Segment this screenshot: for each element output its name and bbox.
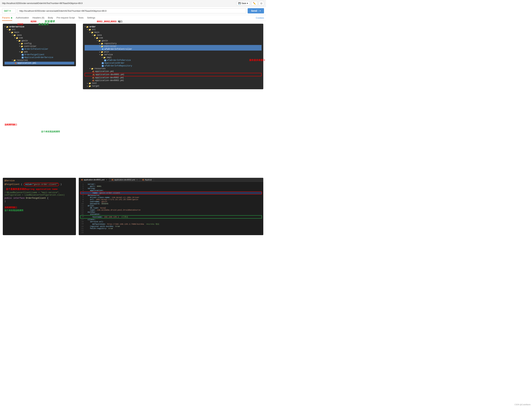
yaml-tab-dev8001[interactable]: 🍂 application-dev8001.yml ×	[79, 178, 109, 182]
left-tree: ▼ 📁 orderservice ▼ 📁 src ▼ 📁 main ▼ 📁	[3, 24, 76, 66]
folder-icon: 📁	[91, 31, 93, 34]
tree-item-repository-r[interactable]: ▶ 📁 repository	[85, 42, 262, 45]
yaml-code-18: service-url:	[85, 221, 104, 223]
tree-item-dev8001[interactable]: 🍂 application-dev8001.yml	[85, 73, 262, 76]
tree-item-orderinfocontroller[interactable]: C OrderInfoController	[5, 48, 74, 51]
tree-item-java-r[interactable]: ▼ 📁 java	[85, 34, 262, 37]
tree-item-app-order[interactable]: C ApplicationOrder	[85, 62, 262, 64]
tree-item-wfw-controller[interactable]: C wfwOrderInfoController	[85, 48, 262, 51]
yaml-line-9: 9 username: gavin	[80, 201, 262, 203]
yaml-ln-12: 12	[80, 207, 84, 209]
chevron-icon: ▼	[7, 29, 8, 31]
folder-icon: 📁	[16, 37, 18, 39]
yaml-code-3: spring:	[85, 187, 96, 189]
yaml-line-1: 1 server:	[80, 183, 262, 185]
yaml-line-6: 6 datasource:	[80, 194, 262, 196]
tree-item-service-r[interactable]: ▼ 📁 service	[85, 53, 262, 56]
tree-item-dev8002[interactable]: 🍂 application-dev8002.yml	[85, 76, 262, 79]
yaml-code-12: db-type: mysql	[85, 207, 106, 209]
method-select[interactable]: GET ▾	[2, 8, 16, 13]
tree-item-app-yml-r[interactable]: 🍂 application.yml	[85, 70, 262, 73]
tree-label-java-r: java	[97, 34, 102, 36]
main-content: 8200 发送请求 ▼ 📁 orderservice ▼ 📁 src ▼ 📁	[0, 21, 266, 178]
yaml-line-8: 8 url: jdbc:mysql://172.23.141.26:3306/g…	[80, 198, 262, 201]
tree-item-wfw-service[interactable]: I wfwOrderInfoService	[85, 59, 262, 62]
tree-item-resources-r[interactable]: ▼ 📁 resources	[85, 67, 262, 70]
tree-item-test-r[interactable]: ▶ 📁 test	[85, 82, 262, 85]
pen-button[interactable]: ✏️	[251, 1, 257, 6]
tree-item-com[interactable]: ▼ 📁 com	[5, 37, 74, 39]
tree-label-orderinfocontroller: OrderInfoController	[24, 48, 48, 50]
chevron-icon: ▼	[85, 26, 85, 28]
tree-item-web[interactable]: ▼ 📁 web	[5, 51, 74, 53]
feign-paren-open: (	[21, 183, 22, 186]
tree-label-order: order	[89, 26, 96, 28]
yaml-code-17: client:	[85, 219, 96, 221]
cookies-link[interactable]: Cookies	[256, 16, 264, 19]
tab-tests[interactable]: Tests	[78, 15, 84, 21]
tree-item-order[interactable]: ▼ 📁 order	[85, 25, 262, 28]
tree-label-gavin: gavin	[21, 39, 28, 42]
yaml-tab-applicat[interactable]: 🍂 Applicat	[140, 178, 154, 182]
tree-item-target-r[interactable]: ▶ 📁 target	[85, 85, 262, 87]
tree-item-controller-r[interactable]: ▼ 📁 controller	[85, 45, 262, 48]
tree-label-wfw-repo: wfwOrderInfoRepository	[105, 65, 132, 67]
tree-item-applicationorderservice[interactable]: C ApplicationOrderService	[5, 56, 74, 59]
folder-icon: 📁	[11, 31, 13, 34]
yaml-code-19: defaultZone: http://192.168.135.1:7000/e…	[85, 223, 159, 225]
yaml-ln-20: 20	[80, 225, 84, 227]
top-url-label: http://localhost:8200/order-service/addO…	[2, 2, 83, 5]
tree-item-config[interactable]: ▶ 📁 config	[5, 42, 74, 45]
tree-item-orderfeignclient[interactable]: C OrderFeignClient	[5, 53, 74, 56]
feign-annotation-text: 这个是服务提供者的spring application name	[6, 188, 57, 191]
yaml-line-16: 16 hostname: 192.168.135.1 #工商名	[80, 215, 262, 219]
tree-item-resources-left[interactable]: ▼ 📁 resources	[5, 59, 74, 62]
tab-settings[interactable]: Settings	[87, 15, 95, 21]
tree-item-gavin-r[interactable]: ▼ 📁 gavin	[85, 39, 262, 42]
yaml-line-2: 2 port: 8001	[80, 185, 262, 187]
yml-icon-r: 🍂	[92, 70, 94, 73]
tree-item-pojo-r[interactable]: ▶ 📁 pojo	[85, 51, 262, 53]
tree-item-application-yml-left[interactable]: 🍂 application.yml	[5, 62, 74, 64]
tree-item-main-r[interactable]: ▼ 📁 main	[85, 31, 262, 34]
yaml-tab-close-2[interactable]: ×	[137, 179, 137, 181]
tab-authorization[interactable]: Authorization	[16, 15, 29, 21]
method-label: GET	[4, 10, 9, 12]
yaml-content-area: 1 server: 2 port: 8001 3 spring: 4 appli…	[79, 182, 263, 235]
tree-item-wfw-repo[interactable]: I wfwOrderInfoRepository	[85, 64, 262, 67]
tree-item-com-r[interactable]: ▼ 📁 com	[85, 37, 262, 39]
tree-item-impl-r[interactable]: ▼ 📁 impl	[85, 56, 262, 59]
chevron-icon: ▼	[87, 29, 88, 31]
yaml-tab-dev8002[interactable]: 🍂 application-dev8002.yml ×	[109, 178, 140, 182]
send-button[interactable]: Send ▾	[248, 8, 264, 13]
port-suffix: 端口	[118, 20, 122, 23]
yaml-line-20: 20 register-with-eureka: true	[80, 225, 262, 227]
layout-button[interactable]: ⊟	[259, 1, 264, 6]
tab-pre-request[interactable]: Pre-request Script	[57, 15, 75, 21]
cursor: |	[5, 200, 6, 203]
remote-impl-annotation: 这个来实现远程调用	[41, 130, 60, 133]
tree-item-gavin[interactable]: ▼ 📁 gavin	[5, 39, 74, 42]
tree-item-src[interactable]: ▼ 📁 src	[5, 28, 74, 31]
tree-item-controller[interactable]: ▼ 📁 controller	[5, 45, 74, 48]
tree-item-dev8003[interactable]: 🍂 application-dev8003.yml	[85, 79, 262, 82]
chevron-icon: ▼	[90, 68, 90, 70]
tree-label-dev8001: application-dev8001.yml	[95, 73, 124, 76]
save-button[interactable]: 💾 Save ▾	[236, 1, 250, 5]
save-icon: 💾	[238, 2, 241, 5]
yaml-editor: 🍂 application-dev8001.yml × 🍂 applicatio…	[79, 178, 263, 235]
feign-paren-close: )	[61, 183, 62, 186]
yaml-ln-15: 15	[80, 213, 84, 215]
tree-item-java[interactable]: ▼ 📁 java	[5, 34, 74, 37]
yaml-tab-close-1[interactable]: ×	[106, 179, 107, 181]
tab-params[interactable]: Params	[2, 15, 12, 21]
folder-icon: 📁	[89, 29, 91, 31]
chevron-icon: ▼	[97, 40, 98, 42]
tree-item-src-r[interactable]: ▼ 📁 src	[85, 28, 262, 31]
chevron-icon: ▶	[99, 51, 100, 53]
yaml-line-17: 17 client:	[80, 219, 262, 221]
yaml-ln-7: 7	[80, 196, 84, 198]
url-input[interactable]	[17, 8, 246, 13]
tree-label-src: src	[12, 28, 15, 31]
tree-item-main[interactable]: ▼ 📁 main	[5, 31, 74, 34]
